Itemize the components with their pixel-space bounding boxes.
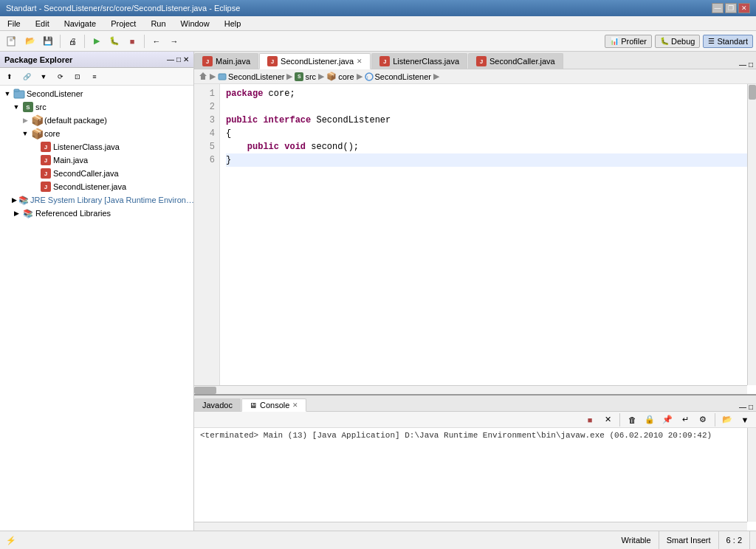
standart-perspective-button[interactable]: ☰ Standart [703,35,753,48]
debug-perspective-button[interactable]: 🐛 Debug [655,35,700,48]
editor-hscrollbar[interactable] [194,385,747,394]
print-button[interactable]: 🖨 [64,33,80,49]
console-remove-button[interactable]: ✕ [599,412,616,428]
src-icon: S [22,101,34,113]
code-content[interactable]: package core; public interface SecondLis… [220,84,756,394]
console-menu-button[interactable]: ▼ [737,412,753,428]
profiler-perspective-button[interactable]: 📊 Profiler [605,35,652,48]
console-terminate-button[interactable]: ■ [582,412,598,428]
back-button[interactable]: ← [148,33,165,49]
tree-secondlistener[interactable]: J SecondListener.java [28,180,192,193]
rl-expand[interactable]: ▶ [12,210,21,217]
src-expand[interactable]: ▼ [12,103,21,111]
breadcrumb-label-1: src [305,72,316,81]
open-button[interactable]: 📂 [22,33,38,49]
tree-reflibs[interactable]: ▶ 📚 Referenced Libraries [10,207,192,220]
maximize-button[interactable]: ❐ [725,3,737,13]
tree-main[interactable]: J Main.java [28,153,192,167]
forward-button[interactable]: → [166,33,182,49]
line-num-6: 6 [199,153,215,167]
tab-area-controls: — □ [564,61,756,69]
tab-secondcaller[interactable]: J SecondCaller.java [468,53,563,69]
tab-main[interactable]: J Main.java [194,53,258,69]
menu-navigate[interactable]: Navigate [60,18,100,30]
code-editor[interactable]: 1 2 3 4 5 6 package core; public interfa… [194,84,756,394]
console-word-wrap-button[interactable]: ↵ [677,412,693,428]
tab-lc-icon: J [379,56,390,67]
javadoc-label: Javadoc [202,401,233,410]
core-expand[interactable]: ▼ [21,130,30,137]
breadcrumb-label-3: SecondListener [375,72,431,81]
tab-javadoc[interactable]: Javadoc [194,398,241,411]
split-container: Package Explorer — □ ✕ ⬆ 🔗 ▼ ⟳ ⊡ ≡ ▼ [0,52,756,531]
collapse-all-button[interactable]: ⬆ [1,69,18,85]
tab-console[interactable]: 🖥 Console ✕ [241,398,306,412]
breadcrumb-secondlistener[interactable]: SecondListener [218,72,284,81]
tree-secondcaller[interactable]: J SecondCaller.java [28,167,192,180]
package-explorer: Package Explorer — □ ✕ ⬆ 🔗 ▼ ⟳ ⊡ ≡ ▼ [0,52,194,531]
tab-sc-label: SecondCaller.java [489,57,555,66]
breadcrumb-home[interactable] [199,72,207,82]
bottom-minimize-icon[interactable]: — [739,403,746,411]
stop-button[interactable]: ■ [124,33,140,49]
pe-sync-button[interactable]: ⟳ [52,69,69,85]
tree-src[interactable]: ▼ S src [10,100,192,114]
save-button[interactable]: 💾 [40,33,56,49]
debug-button[interactable]: 🐛 [106,33,123,49]
title-bar-controls[interactable]: — ❐ ✕ [712,3,750,13]
tab-sl-close[interactable]: ✕ [357,58,362,65]
console-settings-button[interactable]: ⚙ [695,412,711,428]
package-explorer-minimize[interactable]: — [167,55,174,63]
tree-jre[interactable]: ▶ 📚 JRE System Library [Java Runtime Env… [10,193,192,207]
vscroll-thumb[interactable] [749,85,756,100]
console-clear-button[interactable]: 🗑 [624,412,640,428]
editor-vscrollbar[interactable] [747,84,756,385]
pe-menu-button[interactable]: ▼ [35,69,52,85]
menu-run[interactable]: Run [146,18,170,30]
breadcrumb-sep-1: ▶ [286,72,292,81]
package-explorer-close[interactable]: ✕ [183,55,189,63]
pe-view-button[interactable]: ≡ [86,69,103,85]
jre-expand[interactable]: ▶ [12,196,17,204]
tab-minimize-icon[interactable]: — [739,61,746,69]
package-explorer-maximize[interactable]: □ [176,55,181,63]
console-scroll-lock-button[interactable]: 🔒 [642,412,658,428]
code-line-3: public interface SecondListener [226,114,750,127]
new-button[interactable] [3,33,21,49]
svg-text:I: I [367,75,368,80]
console-content[interactable]: <terminated> Main (13) [Java Application… [194,428,756,531]
breadcrumb-core[interactable]: 📦 core [326,72,354,81]
secondlistener-icon: J [40,181,52,193]
menu-window[interactable]: Window [176,18,214,30]
tree-listenerclass[interactable]: J ListenerClass.java [28,140,192,153]
root-expand[interactable]: ▼ [3,90,12,97]
console-vscrollbar[interactable] [747,428,756,522]
tab-secondlistener[interactable]: J SecondListener.java ✕ [259,53,371,70]
minimize-button[interactable]: — [712,3,724,13]
package-explorer-content[interactable]: ▼ SecondListener ▼ S src ▶ [0,86,193,531]
default-pkg-label: (default package) [44,116,107,125]
close-button[interactable]: ✕ [738,3,750,13]
default-pkg-expand[interactable]: ▶ [21,117,30,124]
tree-core[interactable]: ▼ 📦 core [19,127,192,140]
run-button[interactable]: ▶ [89,33,105,49]
tree-default-pkg[interactable]: ▶ 📦 (default package) [19,114,192,127]
tab-listenerclass[interactable]: J ListenerClass.java [371,53,467,69]
hscroll-thumb[interactable] [194,387,216,394]
pe-filter-button[interactable]: ⊡ [69,69,86,85]
console-pin-button[interactable]: 📌 [659,412,676,428]
link-editor-button[interactable]: 🔗 [18,69,35,85]
menu-help[interactable]: Help [220,18,246,30]
bottom-maximize-icon[interactable]: □ [749,403,753,411]
menu-edit[interactable]: Edit [31,18,54,30]
console-hscrollbar[interactable] [194,522,747,531]
console-open-button[interactable]: 📂 [719,412,735,428]
console-close[interactable]: ✕ [292,401,298,409]
menu-file[interactable]: File [3,18,25,30]
breadcrumb-interface[interactable]: I SecondListener [365,72,431,81]
menu-project[interactable]: Project [106,18,140,30]
tree-root[interactable]: ▼ SecondListener [1,87,192,100]
tab-maximize-icon[interactable]: □ [749,61,753,69]
breadcrumb-src[interactable]: S src [295,72,316,81]
code-line-2 [226,100,750,114]
